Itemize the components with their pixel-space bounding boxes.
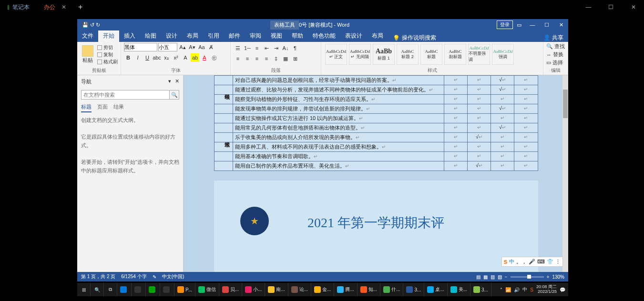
taskbar-app[interactable]	[160, 283, 174, 296]
shrink-font[interactable]: A▾	[188, 43, 196, 51]
notification-icon[interactable]: 💬	[560, 287, 565, 292]
clear-format[interactable]: A̸	[207, 43, 215, 51]
ribbon-tab-文件[interactable]: 文件	[77, 30, 98, 42]
language-indicator[interactable]: 中文(中国)	[162, 273, 184, 280]
ribbon-tab-审阅[interactable]: 审阅	[245, 30, 266, 42]
enclose-char[interactable]: ㊓	[210, 53, 218, 62]
document-view[interactable]: 对自己感兴趣的问题总是创根问底，经常动手动脑寻找问题的答案。↵↵↵√↵↵科学领域…	[184, 75, 568, 272]
close-icon[interactable]: ✕	[61, 4, 66, 10]
bold-button[interactable]: B	[124, 53, 133, 62]
ime-mic-icon[interactable]: 🎤	[529, 259, 535, 265]
numbering[interactable]: 1─	[243, 44, 252, 52]
taskbar-app[interactable]: 知...	[358, 283, 380, 296]
style-item[interactable]: AaBbCcDd强调	[492, 44, 514, 65]
word-restore[interactable]: ☐	[540, 22, 554, 28]
taskbar-app[interactable]: 3...	[403, 283, 424, 296]
vertical-scrollbar[interactable]	[562, 75, 568, 272]
ime-mode[interactable]: 中	[509, 258, 514, 265]
tray-up-icon[interactable]: ˄	[500, 287, 502, 292]
indent-inc[interactable]: ⇥	[272, 44, 280, 52]
ribbon-tab-引用[interactable]: 引用	[203, 30, 224, 42]
word-minimize[interactable]: —	[525, 22, 540, 28]
sogou-icon[interactable]: S	[504, 259, 507, 265]
ribbon-tab-开始[interactable]: 开始	[98, 30, 119, 42]
read-mode-icon[interactable]: ▦	[483, 274, 488, 280]
style-item[interactable]: AaBbC标题 2	[397, 44, 419, 65]
os-tab-office[interactable]: 办公 ✕	[37, 0, 73, 14]
nav-tab-页面[interactable]: 页面	[97, 103, 108, 112]
style-item[interactable]: AaBb标题 1	[373, 44, 395, 65]
nav-search-input[interactable]	[81, 90, 170, 100]
ime-punct[interactable]: 。，	[516, 258, 527, 265]
task-view[interactable]: ⧉	[104, 283, 117, 296]
maximize-button[interactable]: ☐	[600, 0, 622, 14]
taskbar-app[interactable]: 什...	[380, 283, 403, 296]
new-tab-button[interactable]: +	[73, 3, 87, 11]
ribbon-tab-邮件[interactable]: 邮件	[224, 30, 245, 42]
taskbar-app[interactable]: 贝...	[219, 283, 242, 296]
word-count[interactable]: 6/1254 个字	[121, 273, 146, 280]
zoom-level[interactable]: 130%	[552, 274, 564, 280]
painter-button[interactable]: 格式刷	[97, 59, 118, 65]
font-name-select[interactable]	[124, 43, 157, 51]
bullets[interactable]: ☰	[234, 44, 242, 52]
taskbar-app[interactable]: 小...	[242, 283, 265, 296]
style-item[interactable]: AaBbCcDd不明显强调	[468, 44, 490, 65]
highlight-button[interactable]: ab	[191, 53, 199, 62]
spellcheck-icon[interactable]: ✎	[153, 274, 156, 280]
nav-close-icon[interactable]: ✕	[175, 78, 179, 85]
align-left[interactable]: ≡	[234, 54, 242, 63]
sort[interactable]: A↓	[281, 44, 290, 52]
close-button[interactable]: ✕	[623, 0, 644, 14]
ribbon-options-icon[interactable]: ▭	[517, 22, 521, 28]
tray-sogou-icon[interactable]: S	[530, 287, 533, 292]
italic-button[interactable]: I	[133, 53, 142, 62]
taskbar-app[interactable]: 微信	[195, 283, 219, 296]
select-button[interactable]: ▭选择	[546, 59, 565, 66]
taskbar-app[interactable]: 美...	[448, 283, 470, 296]
text-effects[interactable]: A	[181, 53, 190, 62]
login-button[interactable]: 登录	[497, 20, 513, 29]
taskbar-app[interactable]: 金...	[311, 283, 334, 296]
start-button[interactable]: ⊞	[77, 283, 91, 296]
taskbar-app[interactable]: P...	[174, 283, 195, 296]
search-button[interactable]: 🔍	[91, 283, 104, 296]
ribbon-tab-布局[interactable]: 布局	[182, 30, 203, 42]
style-item[interactable]: AaBbC副标题	[444, 44, 466, 65]
underline-button[interactable]: U	[143, 53, 152, 62]
ribbon-tab-帮助[interactable]: 帮助	[287, 30, 308, 42]
style-item[interactable]: AaBbC标题	[420, 44, 442, 65]
ime-menu-icon[interactable]: ⋮	[555, 259, 561, 265]
minimize-button[interactable]: —	[578, 0, 599, 14]
share-button[interactable]: 👤 共享	[539, 34, 568, 42]
zoom-out[interactable]: −	[505, 274, 508, 280]
align-right[interactable]: ≡	[253, 54, 261, 63]
zoom-slider[interactable]	[511, 276, 544, 278]
zoom-in[interactable]: +	[547, 274, 550, 280]
tray-sound-icon[interactable]: 🔊	[514, 287, 520, 292]
change-case[interactable]: Aa	[197, 43, 206, 51]
justify[interactable]: ≡	[262, 54, 271, 63]
grow-font[interactable]: A▴	[178, 43, 187, 51]
taskbar-app[interactable]: 南...	[265, 283, 288, 296]
taskbar-app[interactable]	[117, 283, 132, 296]
font-color-button[interactable]: A	[200, 53, 209, 62]
superscript-button[interactable]: x²	[172, 53, 180, 62]
save-icon[interactable]: 💾 ↺ ↻	[82, 22, 100, 28]
show-marks[interactable]: ¶	[291, 44, 299, 52]
nav-tab-结果[interactable]: 结果	[113, 103, 124, 112]
shading[interactable]: ▦	[281, 54, 290, 63]
paste-button[interactable]: 粘贴	[80, 44, 95, 65]
nav-tab-标题[interactable]: 标题	[81, 103, 92, 112]
nav-search-go[interactable]: 🔍	[170, 90, 179, 100]
word-close[interactable]: ✕	[554, 22, 568, 28]
strike-button[interactable]: abc	[153, 53, 161, 62]
tray-network-icon[interactable]: 📶	[505, 287, 511, 292]
ribbon-tab-绘图[interactable]: 绘图	[140, 30, 161, 42]
replace-button[interactable]: ↔替换	[546, 51, 565, 58]
find-button[interactable]: 🔍查找	[546, 43, 565, 50]
ribbon-tab-视图[interactable]: 视图	[266, 30, 287, 42]
ribbon-tab-特色功能[interactable]: 特色功能	[308, 30, 340, 42]
ribbon-tab-表设计[interactable]: 表设计	[340, 30, 367, 42]
taskbar-app[interactable]: 腾...	[334, 283, 357, 296]
